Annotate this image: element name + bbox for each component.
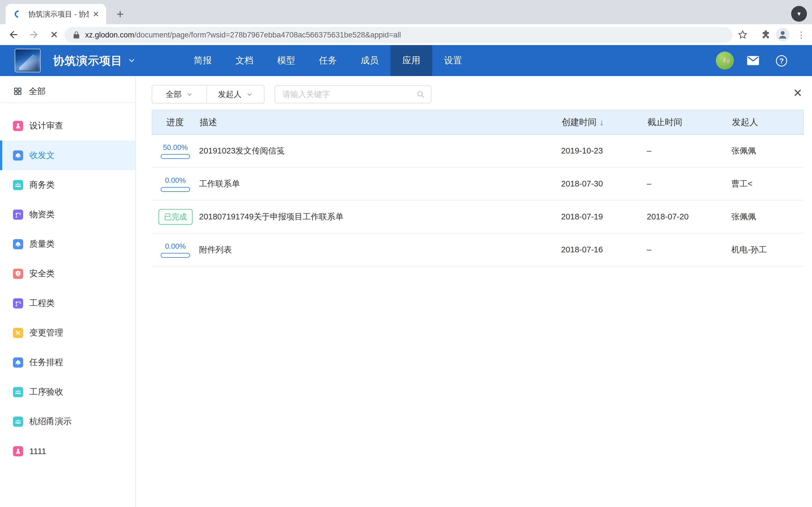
filter-group: 全部 发起人 (152, 85, 264, 104)
progress-cell: 50.00% (158, 143, 192, 159)
table-row[interactable]: 50.00% 20191023发文传阅信笺 2019-10-23 – 张佩佩 (152, 135, 804, 168)
mail-icon[interactable] (747, 55, 760, 66)
browser-tab[interactable]: 协筑演示项目 - 协筑 ✕ (6, 4, 106, 24)
column-header-created[interactable]: 创建时间 ↓ (562, 116, 647, 128)
tab-overflow-button[interactable]: ▼ (791, 6, 807, 22)
created-date: 2019-10-23 (561, 146, 647, 156)
sidebar-item-send-receive-docs[interactable]: 收发文 (0, 140, 135, 170)
nav-item-briefing[interactable]: 简报 (182, 45, 223, 76)
column-header-due: 截止时间 (647, 116, 732, 128)
nav-item-settings[interactable]: 设置 (432, 45, 474, 76)
extensions-puzzle-icon[interactable] (760, 29, 772, 41)
project-thumbnail (15, 49, 41, 72)
sidebar-item-hangshaoyong-demo[interactable]: 杭绍甬演示 (0, 407, 135, 436)
category-filter-dropdown[interactable]: 全部 (152, 86, 207, 103)
documents-table: 进度 描述 创建时间 ↓ 截止时间 发起人 50.00% 20191023发文传… (152, 110, 804, 267)
sidebar-item-process-acceptance[interactable]: 工序验收 (0, 377, 135, 407)
browser-window: 协筑演示项目 - 协筑 ✕ + ▼ ✕ xz.glodon.com/docume… (0, 0, 812, 507)
people-icon (13, 416, 23, 427)
forward-button[interactable] (28, 29, 40, 41)
crane-icon (13, 210, 23, 220)
created-date: 2018-07-19 (561, 212, 647, 221)
sidebar-item-task-scheduling[interactable]: 任务排程 (0, 348, 135, 377)
browser-profile-icon[interactable] (776, 28, 790, 41)
sidebar-list: 设计审查 收发文 商务类 (0, 103, 135, 466)
doc-description: 20191023发文传阅信笺 (199, 145, 561, 157)
search-icon (416, 90, 425, 99)
created-date: 2018-07-16 (561, 245, 647, 255)
table-row[interactable]: 0.00% 工作联系单 2018-07-30 – 曹工< (152, 168, 804, 201)
sidebar-item-engineering[interactable]: 工程类 (0, 288, 135, 318)
created-date: 2018-07-30 (561, 179, 647, 188)
column-header-initiator: 发起人 (732, 116, 803, 128)
url-text: xz.glodon.com/document/page/form?wsid=27… (85, 31, 401, 40)
project-switcher[interactable]: 协筑演示项目 (53, 45, 136, 76)
sort-desc-icon: ↓ (599, 117, 604, 128)
due-date: 2018-07-20 (647, 212, 731, 221)
progress-cell: 0.00% (158, 176, 192, 192)
search-box (274, 86, 432, 103)
nav-item-documents[interactable]: 文档 (223, 45, 265, 76)
stop-loading-button[interactable]: ✕ (48, 29, 60, 41)
nav-item-apps[interactable]: 应用 (391, 45, 432, 76)
grid-icon (13, 87, 22, 96)
people-icon (13, 387, 23, 397)
table-row[interactable]: 已完成 201807191749关于申报项目工作联系单 2018-07-19 2… (152, 201, 804, 233)
sidebar-item-all[interactable]: 全部 (0, 76, 135, 103)
doc-description: 工作联系单 (199, 178, 561, 189)
tools-icon (13, 328, 23, 338)
nav-item-tasks[interactable]: 任务 (307, 45, 349, 76)
initiator: 机电-孙工 (731, 244, 804, 256)
app-header: 协筑演示项目 简报 文档 模型 任务 成员 应用 设置 ? (0, 45, 812, 76)
tab-title: 协筑演示项目 - 协筑 (28, 9, 89, 19)
initiator: 张佩佩 (731, 145, 804, 157)
sidebar-item-materials[interactable]: 物资类 (0, 200, 135, 229)
sidebar-item-quality[interactable]: 质量类 (0, 229, 135, 259)
initiator-filter-dropdown[interactable]: 发起人 (207, 86, 264, 103)
sidebar-item-business[interactable]: 商务类 (0, 170, 135, 200)
sidebar-item-change-management[interactable]: 变更管理 (0, 318, 135, 348)
status-badge: 已完成 (158, 209, 193, 225)
back-button[interactable] (7, 29, 20, 41)
due-date: – (647, 245, 731, 255)
table-header-row: 进度 描述 创建时间 ↓ 截止时间 发起人 (152, 110, 804, 135)
crane-icon (13, 298, 23, 308)
progress-bar (161, 187, 190, 192)
sidebar-item-safety[interactable]: 安全类 (0, 259, 135, 288)
table-row[interactable]: 0.00% 附件列表 2018-07-16 – 机电-孙工 (152, 233, 804, 267)
browser-tabstrip: 协筑演示项目 - 协筑 ✕ + ▼ (0, 0, 812, 24)
nav-item-members[interactable]: 成员 (349, 45, 391, 76)
status-cell: 已完成 (158, 209, 192, 225)
doc-description: 附件列表 (199, 244, 561, 256)
tab-close-icon[interactable]: ✕ (93, 10, 99, 19)
lock-icon[interactable] (72, 31, 81, 39)
sidebar-item-design-review[interactable]: 设计审查 (0, 111, 135, 140)
doc-description: 201807191749关于申报项目工作联系单 (199, 211, 561, 223)
worker-helmet-icon (13, 357, 23, 368)
people-icon (13, 180, 23, 190)
column-header-progress: 进度 (159, 116, 200, 128)
close-icon[interactable]: ✕ (793, 87, 802, 99)
chevron-down-icon (128, 56, 136, 65)
filter-row: 全部 发起人 (152, 85, 432, 104)
chevron-down-icon (186, 91, 193, 98)
worker-helmet-icon (13, 151, 23, 161)
new-tab-button[interactable]: + (112, 6, 128, 22)
initiator: 曹工< (731, 178, 804, 189)
due-date: – (647, 179, 731, 188)
sidebar-item-1111[interactable]: 1111 (0, 436, 135, 466)
sidebar: 全部 设计审查 收发文 (0, 76, 136, 507)
chevron-down-icon (246, 91, 253, 98)
browser-menu-icon[interactable]: ⋮ (795, 29, 808, 41)
bookmark-star-icon[interactable] (737, 29, 749, 41)
search-input[interactable] (283, 90, 416, 99)
nav-item-models[interactable]: 模型 (265, 45, 307, 76)
help-icon[interactable]: ? (776, 55, 787, 66)
initiator: 张佩佩 (731, 211, 804, 223)
main-nav: 简报 文档 模型 任务 成员 应用 设置 (182, 45, 474, 76)
tab-loading-spinner-icon (13, 9, 24, 19)
address-bar[interactable]: xz.glodon.com/document/page/form?wsid=27… (64, 27, 732, 43)
user-avatar[interactable] (716, 52, 734, 69)
progress-bar (161, 253, 190, 258)
stamp-icon (13, 121, 23, 131)
